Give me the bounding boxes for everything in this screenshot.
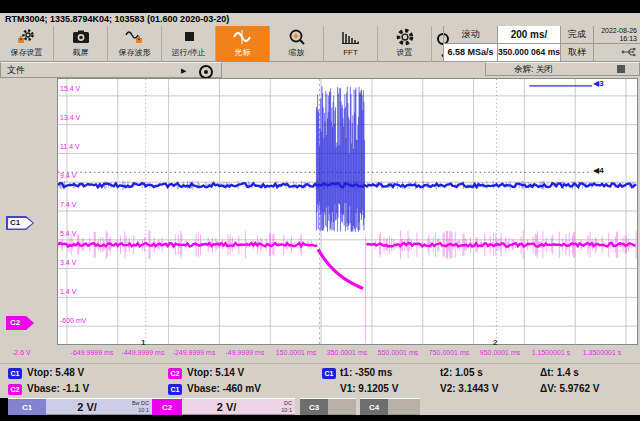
channel-settings-c3[interactable]: [328, 398, 356, 415]
toolbar-button-label: 保存设置: [0, 48, 53, 58]
channel-settings-c1[interactable]: 2 V/Bw DC10:1: [46, 398, 152, 415]
channel-button-c3[interactable]: C3: [300, 398, 328, 415]
persistence-square-icon: [617, 65, 625, 73]
measurement-value: t2: 1.05 s: [440, 367, 483, 378]
toolbar-button-save-settings[interactable]: 保存设置: [0, 26, 54, 62]
measurement-panel: C1Vtop: 5.48 VC2Vbase: -1.1 VC2Vtop: 5.1…: [0, 363, 640, 398]
cursor1-handle[interactable]: 1: [141, 338, 145, 347]
channel-button-c2[interactable]: C2: [152, 398, 182, 415]
timebase: 200 ms/: [498, 26, 560, 44]
t-scale-label: 350.0001 ms: [327, 349, 367, 356]
magnifier-icon: [270, 26, 323, 48]
v-scale-label: -600 mV: [60, 317, 86, 325]
channel-mini-info: Bw DC10:1: [132, 400, 149, 414]
measurement-value: V2: 3.1443 V: [440, 383, 498, 394]
toolbar-button-screenshot[interactable]: 截屏: [54, 26, 108, 62]
usb-icon: [621, 46, 637, 58]
corner-strip: [0, 398, 8, 415]
toolbar-button-fft[interactable]: FFT: [324, 26, 378, 62]
measurement-value: Vtop: 5.14 V: [187, 367, 244, 378]
v-scale-label: 7.4 V: [60, 201, 76, 209]
acq-state-cell: 完成 取样: [560, 26, 593, 62]
horizontal-position: 350.000 064 ms: [498, 44, 560, 62]
channel-probe: 10:1: [132, 407, 149, 414]
ref-marker-4[interactable]: ◀4: [593, 166, 604, 175]
channel-badge-c2: C2: [8, 384, 22, 395]
channel-bar: C12 V/Bw DC10:1C22 V/DC10:1C3C4: [0, 398, 640, 415]
measurement-value: Δt: 1.4 s: [540, 367, 579, 378]
date-label: 2022-08-26: [601, 27, 637, 34]
measurement-value: V1: 9.1205 V: [340, 383, 398, 394]
gear-icon: [378, 26, 431, 48]
v-scale-label: 15.4 V: [60, 85, 80, 93]
datetime-cell: 2022-08-26 16:13: [593, 26, 640, 62]
t-scale-label: -449.9999 ms: [122, 349, 165, 356]
gear-save-icon: [0, 26, 53, 48]
channel-button-c4[interactable]: C4: [360, 398, 388, 415]
toolbar-button-run-stop[interactable]: 运行/停止: [162, 26, 216, 62]
expand-arrow-icon[interactable]: ▶: [181, 64, 186, 78]
acq-state-top: 完成: [561, 26, 593, 44]
channel-settings-c4[interactable]: [388, 398, 420, 415]
measurement-value: t1: -350 ms: [340, 367, 392, 378]
top-black-strip: [0, 0, 640, 13]
toolbar-button-label: 保存波形: [108, 48, 161, 58]
v-scale-label: 1.4 V: [60, 288, 76, 296]
usb-cell: [594, 44, 640, 62]
t-scale-label: 950.0001 ms: [480, 349, 520, 356]
date-time: 2022-08-26 16:13: [594, 26, 640, 44]
toolbar-button-save-waveform[interactable]: 保存波形: [108, 26, 162, 62]
persistence-label: 余辉: 关闭: [514, 63, 553, 75]
t-scale-label: 550.0001 ms: [378, 349, 418, 356]
channel-badge-c1: C1: [322, 368, 336, 379]
t-scale-label: -649.9999 ms: [71, 349, 114, 356]
acquisition-cell[interactable]: 滚动 6.58 MSa/s: [443, 26, 497, 62]
toolbar-button-zoom[interactable]: 缩放: [270, 26, 324, 62]
target-circle-icon[interactable]: [199, 65, 213, 79]
v-scale-label: 13.4 V: [60, 114, 80, 122]
v-scale-label: 5.4 V: [60, 230, 76, 238]
channel-scale: 2 V/: [46, 399, 128, 415]
toolbar-button-cursor[interactable]: 光标: [216, 26, 270, 62]
camera-icon: [54, 26, 107, 48]
waveform-canvas: [58, 79, 637, 344]
toolbar-button-settings[interactable]: 设置: [378, 26, 432, 62]
waveform-display[interactable]: 15.4 V13.4 V11.4 V9.4 V7.4 V5.4 V3.4 V1.…: [57, 78, 638, 345]
file-menu-bar[interactable]: 文件 ▶: [0, 62, 222, 78]
acq-state-bottom: 取样: [561, 44, 593, 62]
toolbar-button-label: 运行/停止: [162, 48, 215, 58]
v-scale-label: 9.4 V: [60, 172, 76, 180]
channel-scale: 2 V/: [182, 399, 271, 415]
bottom-black-strip: [0, 415, 640, 421]
channel1-position-flag[interactable]: C1: [6, 216, 34, 230]
time-label: 16:13: [619, 35, 637, 42]
sample-rate: 6.58 MSa/s: [444, 44, 497, 62]
toolbar-button-label: FFT: [324, 48, 377, 58]
toolbar-button-label: 缩放: [270, 48, 323, 58]
stop-square-icon: [162, 26, 215, 48]
spectrum-icon: [324, 26, 377, 48]
channel-button-c1[interactable]: C1: [8, 398, 46, 415]
channel-settings-c2[interactable]: 2 V/DC10:1: [182, 398, 295, 415]
persistence-bar[interactable]: 余辉: 关闭: [485, 62, 640, 76]
channel-badge-c2: C2: [168, 368, 182, 379]
t-scale-label: -49.9999 ms: [226, 349, 265, 356]
t-scale-label: -249.9999 ms: [173, 349, 216, 356]
oscilloscope-screen: RTM3004; 1335.8794K04; 103583 (01.600 20…: [0, 0, 640, 421]
sine-icon: [216, 26, 269, 48]
timebase-cell[interactable]: 200 ms/ 350.000 064 ms: [497, 26, 560, 62]
measurement-value: Vbase: -1.1 V: [27, 383, 89, 394]
t-scale-label: 750.0001 ms: [429, 349, 469, 356]
t-scale-label: 1.1500001 s: [532, 349, 571, 356]
toolbar-button-label: 光标: [216, 48, 269, 58]
v-scale-label: 11.4 V: [60, 143, 80, 151]
toolbar-button-label: 截屏: [54, 48, 107, 58]
time-axis-row: -2.6 V -649.9999 ms-449.9999 ms-249.9999…: [0, 345, 640, 363]
t-scale-label: 150.0001 ms: [276, 349, 316, 356]
measurement-value: Vbase: -460 mV: [187, 383, 261, 394]
ref-marker-3[interactable]: ◀3: [593, 79, 604, 88]
cursor2-handle[interactable]: 2: [493, 338, 497, 347]
channel2-position-flag[interactable]: C2: [6, 316, 34, 330]
t-scale-label: 1.3500001 s: [583, 349, 622, 356]
channel2-flag-label: C2: [10, 317, 20, 329]
